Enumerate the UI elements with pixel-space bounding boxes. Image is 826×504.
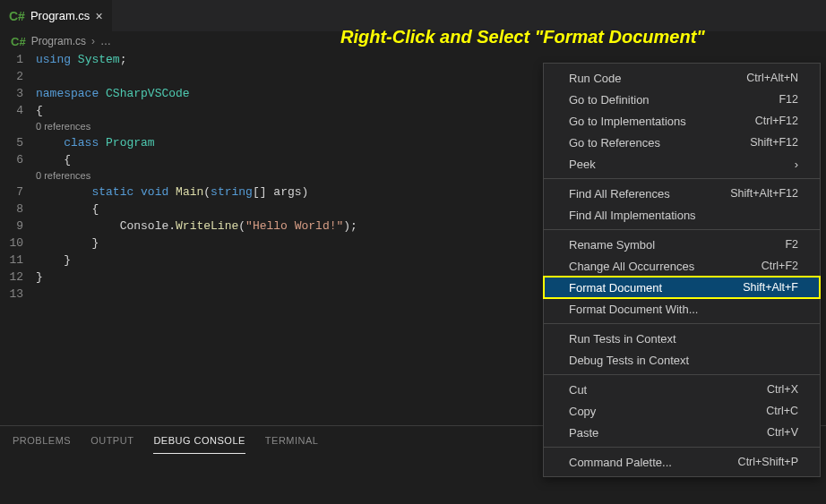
- menu-item-label: Format Document: [569, 281, 662, 295]
- codelens[interactable]: 0 references: [36, 168, 357, 184]
- menu-item-find-all-implementations[interactable]: Find All Implementations: [544, 204, 820, 226]
- menu-item-shortcut: Shift+Alt+F: [743, 281, 798, 294]
- codelens[interactable]: 0 references: [36, 119, 357, 134]
- menu-item-copy[interactable]: CopyCtrl+C: [544, 400, 820, 422]
- menu-separator: [544, 323, 820, 324]
- menu-item-label: Change All Occurrences: [569, 260, 694, 273]
- menu-item-shortcut: Ctrl+F2: [761, 260, 798, 272]
- menu-item-go-to-implementations[interactable]: Go to ImplementationsCtrl+F12: [544, 110, 820, 132]
- menu-item-label: Run Tests in Context: [569, 332, 676, 346]
- menu-item-format-document[interactable]: Format DocumentShift+Alt+F: [544, 277, 820, 298]
- line-gutter: 1 2 3 4 5 6 7 8 9 10 11 12 13: [0, 51, 36, 303]
- breadcrumb-file: Program.cs: [31, 35, 86, 47]
- breadcrumb-ellipsis: …: [100, 35, 111, 47]
- code-content[interactable]: using System; namespace CSharpVSCode { 0…: [36, 51, 357, 303]
- menu-item-label: Peek: [569, 158, 596, 171]
- menu-item-shortcut: F12: [779, 93, 798, 106]
- menu-item-shortcut: F2: [785, 238, 798, 251]
- menu-item-label: Run Code: [569, 72, 622, 85]
- menu-separator: [544, 229, 820, 230]
- menu-item-label: Debug Tests in Context: [569, 354, 689, 367]
- menu-item-label: Go to References: [569, 136, 660, 149]
- tab-problems[interactable]: PROBLEMS: [13, 428, 71, 453]
- menu-item-label: Command Palette...: [569, 456, 672, 469]
- close-icon[interactable]: ×: [95, 9, 102, 23]
- menu-item-shortcut: Ctrl+Shift+P: [738, 456, 798, 468]
- menu-item-label: Cut: [569, 383, 587, 397]
- menu-item-run-code[interactable]: Run CodeCtrl+Alt+N: [544, 67, 820, 89]
- menu-separator: [544, 447, 820, 448]
- menu-item-shortcut: Ctrl+Alt+N: [746, 72, 798, 84]
- editor-tab[interactable]: C# Program.cs ×: [0, 0, 113, 31]
- menu-item-shortcut: Shift+Alt+F12: [730, 187, 798, 200]
- menu-item-shortcut: Ctrl+C: [766, 405, 798, 417]
- menu-item-shortcut: Ctrl+X: [767, 383, 798, 396]
- menu-item-change-all-occurrences[interactable]: Change All OccurrencesCtrl+F2: [544, 255, 820, 277]
- tab-terminal[interactable]: TERMINAL: [265, 428, 319, 453]
- chevron-right-icon: ›: [795, 158, 798, 171]
- csharp-file-icon: C#: [11, 35, 26, 48]
- menu-item-shortcut: Shift+F12: [750, 136, 798, 149]
- chevron-right-icon: ›: [91, 35, 95, 47]
- menu-item-label: Paste: [569, 426, 598, 440]
- menu-item-format-document-with[interactable]: Format Document With...: [544, 298, 820, 320]
- menu-item-cut[interactable]: CutCtrl+X: [544, 379, 820, 400]
- menu-item-label: Find All References: [569, 187, 670, 201]
- menu-item-run-tests-in-context[interactable]: Run Tests in Context: [544, 328, 820, 349]
- menu-item-find-all-references[interactable]: Find All ReferencesShift+Alt+F12: [544, 183, 820, 204]
- menu-item-label: Go to Definition: [569, 93, 650, 107]
- tab-output[interactable]: OUTPUT: [90, 428, 133, 453]
- menu-item-shortcut: Ctrl+V: [767, 426, 798, 439]
- csharp-file-icon: C#: [9, 9, 25, 23]
- menu-item-shortcut: Ctrl+F12: [755, 115, 798, 127]
- menu-item-go-to-definition[interactable]: Go to DefinitionF12: [544, 89, 820, 110]
- menu-item-label: Find All Implementations: [569, 209, 696, 222]
- tab-debug-console[interactable]: DEBUG CONSOLE: [153, 428, 245, 454]
- menu-separator: [544, 178, 820, 179]
- menu-item-label: Go to Implementations: [569, 115, 686, 128]
- menu-item-label: Format Document With...: [569, 303, 698, 316]
- menu-item-rename-symbol[interactable]: Rename SymbolF2: [544, 234, 820, 255]
- context-menu: Run CodeCtrl+Alt+NGo to DefinitionF12Go …: [543, 63, 821, 477]
- tab-filename: Program.cs: [30, 9, 90, 22]
- menu-item-go-to-references[interactable]: Go to ReferencesShift+F12: [544, 132, 820, 153]
- menu-item-label: Rename Symbol: [569, 238, 655, 252]
- menu-item-debug-tests-in-context[interactable]: Debug Tests in Context: [544, 349, 820, 371]
- menu-separator: [544, 374, 820, 375]
- menu-item-label: Copy: [569, 405, 596, 418]
- menu-item-peek[interactable]: Peek›: [544, 153, 820, 175]
- menu-item-command-palette[interactable]: Command Palette...Ctrl+Shift+P: [544, 451, 820, 473]
- menu-item-paste[interactable]: PasteCtrl+V: [544, 422, 820, 443]
- tutorial-annotation: Right-Click and Select "Format Document": [340, 27, 705, 47]
